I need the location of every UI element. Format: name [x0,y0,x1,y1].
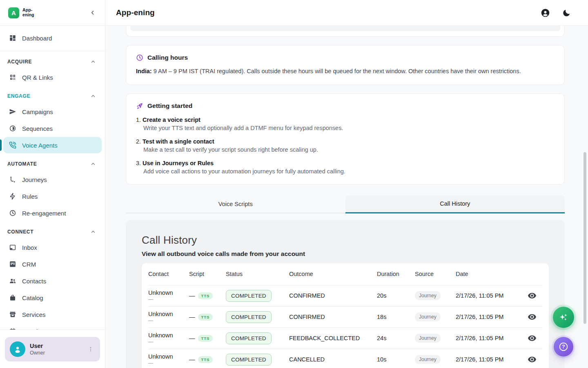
step-item: 1.Create a voice script Write your TTS t… [136,117,555,131]
chevron-up-icon [90,161,96,167]
action-cell [521,354,542,365]
date-cell: 2/17/26, 11:05 PM [456,292,521,299]
app-root: A App- ening Dashboard ACQUIRE QR & [0,0,588,368]
source-cell: Journey [415,312,456,321]
sidebar-item-rules[interactable]: Rules [3,188,102,204]
section-header-connect[interactable]: CONNECT [3,228,102,236]
duration-cell: 10s [377,356,415,363]
view-call-button[interactable] [526,311,538,323]
sidebar-item-re-engagement[interactable]: Re-engagement [3,205,102,221]
chevron-up-icon [90,59,96,65]
getting-started-title: Getting started [147,102,192,110]
help-fab[interactable]: ? [554,337,573,357]
people-icon [9,277,16,285]
calling-hours-card: Calling hours India: 9 AM – 9 PM IST (TR… [126,45,565,85]
step-desc: Make a test call to verify your script s… [143,146,555,153]
status-badge: COMPLETED [226,311,272,323]
dark-mode-toggle[interactable] [561,8,572,18]
source-badge: Journey [415,312,441,321]
outcome-cell: FEEDBACK_COLLECTED [289,335,377,341]
clock-icon [9,209,16,217]
contact-cell: Unknown — [148,289,189,302]
ai-assistant-fab[interactable] [553,307,574,328]
sidebar-item-contacts[interactable]: Contacts [3,273,102,289]
eye-icon [528,334,537,343]
sidebar-item-voice-agents[interactable]: Voice Agents [3,137,102,153]
sidebar-item-appointments[interactable]: Appointments [3,323,102,330]
previous-card-inner [130,26,560,31]
sidebar-item-label: Re-engagement [22,210,66,217]
action-cell [521,290,542,301]
shopping-bag-icon [9,294,16,301]
sidebar-item-sequences[interactable]: Sequences [3,120,102,137]
sidebar-item-label: Catalog [22,294,43,301]
chevron-up-icon [90,93,96,99]
clock-icon [136,54,143,61]
section-header-automate[interactable]: AUTOMATE [3,160,102,168]
eye-icon [528,312,537,321]
dashboard-icon [9,34,16,42]
user-menu-button[interactable] [85,343,96,355]
contrast-circle-icon [9,125,16,132]
action-cell [521,332,542,344]
duration-cell: 24s [377,335,415,341]
table-row: Unknown — — TTS COMPLETED F [148,328,542,349]
eye-icon [528,355,537,364]
step-desc: Add voice call actions to your automatio… [143,168,555,175]
user-name: User [30,343,45,349]
table-row: Unknown — — TTS COMPLETED C [148,285,542,307]
call-history-table: Contact Script Status Outcome Duration S… [142,263,549,368]
step-desc: Write your TTS text and optionally add a… [143,125,555,131]
step-title: Create a voice script [143,117,200,123]
script-cell: — TTS [189,292,226,299]
sidebar-item-inbox[interactable]: Inbox [3,239,102,256]
sidebar-item-dashboard[interactable]: Dashboard [3,30,102,46]
table-row: Unknown — — TTS COMPLETED C [148,349,542,368]
sidebar-item-campaigns[interactable]: Campaigns [3,103,102,120]
calendar-icon [9,328,16,330]
table-row: Unknown — — TTS COMPLETED C [148,307,542,328]
sidebar: A App- ening Dashboard ACQUIRE QR & [0,0,105,368]
table-header-row: Contact Script Status Outcome Duration S… [148,263,542,285]
scrollbar-thumb[interactable] [584,152,586,324]
account-button[interactable] [540,7,551,18]
content-area: Calling hours India: 9 AM – 9 PM IST (TR… [105,26,588,368]
view-call-button[interactable] [526,332,538,344]
calling-hours-header: Calling hours [136,54,555,61]
user-icon [13,345,22,354]
user-card[interactable]: User Owner [5,337,100,361]
sidebar-item-services[interactable]: Services [3,306,102,323]
contact-cell: Unknown — [148,353,189,366]
outcome-cell: CONFIRMED [289,292,377,299]
step-item: 2.Test with a single contact Make a test… [136,138,555,153]
avatar [10,341,25,357]
source-badge: Journey [415,334,441,343]
status-badge: COMPLETED [226,354,272,366]
duration-cell: 18s [377,314,415,320]
collapse-sidebar-button[interactable] [88,8,98,18]
sidebar-footer: User Owner [0,330,105,368]
sidebar-item-qr-links[interactable]: QR & Links [3,69,102,85]
call-history-title: Call History [142,234,549,247]
sidebar-item-crm[interactable]: CRM [3,256,102,272]
sidebar-item-catalog[interactable]: Catalog [3,289,102,306]
source-cell: Journey [415,355,456,364]
tab-voice-scripts[interactable]: Voice Scripts [126,195,345,213]
view-call-button[interactable] [526,290,538,301]
sidebar-item-label: CRM [22,261,36,268]
view-call-button[interactable] [526,354,538,365]
column-header-duration: Duration [377,271,415,277]
sidebar-header: A App- ening [0,0,105,26]
storefront-icon [9,311,16,318]
sidebar-item-journeys[interactable]: Journeys [3,171,102,188]
sidebar-nav: Dashboard ACQUIRE QR & Links ENGAGE Camp… [0,26,105,330]
sidebar-item-label: QR & Links [22,74,53,81]
tab-call-history[interactable]: Call History [345,195,565,213]
section-label: CONNECT [7,229,33,235]
send-icon [9,108,16,115]
section-header-acquire[interactable]: ACQUIRE [3,58,102,66]
step-title: Test with a single contact [143,138,214,145]
section-header-engage[interactable]: ENGAGE [3,92,102,100]
chevron-up-icon [90,229,96,235]
sidebar-item-label: Sequences [22,125,53,132]
